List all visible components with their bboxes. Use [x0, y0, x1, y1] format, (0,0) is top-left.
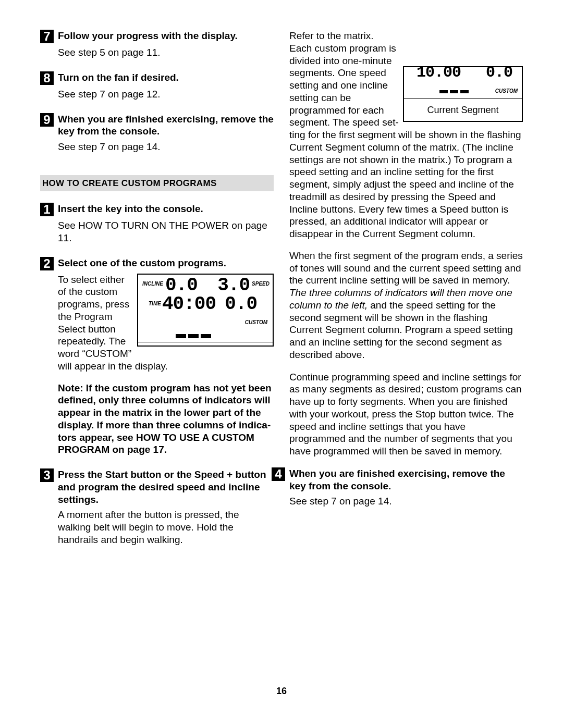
step-body: A moment after the button is pressed, th…: [58, 509, 274, 546]
step-title: When you are finished exercising, remove…: [289, 467, 523, 492]
step-body: See HOW TO TURN ON THE POWER on page 11.: [58, 219, 274, 244]
step-number: 7: [40, 30, 54, 43]
page-number: 16: [0, 685, 563, 697]
step-body: See step 5 on page 11.: [58, 46, 274, 59]
step-body: See step 7 on page 14.: [58, 141, 274, 153]
incline-label: INCLINE: [142, 281, 163, 288]
custom-label: CUSTOM: [245, 319, 267, 326]
step-9: 9 When you are finished exercising, remo…: [40, 113, 274, 138]
right-column: 10.00 0.0 CUSTOM Current Segment Refer t…: [289, 30, 523, 559]
section-title: HOW TO CREATE CUSTOM PROGRAMS: [40, 175, 274, 191]
step-title: Insert the key into the console.: [58, 203, 274, 215]
lcd-display-small: 10.00 0.0 CUSTOM Current Segment: [403, 66, 523, 122]
step-number: 9: [40, 113, 54, 127]
step-title: Turn on the fan if desired.: [58, 71, 274, 84]
step-2-note: Note: If the custom program has not yet …: [58, 382, 274, 456]
custom-step-1: 1 Insert the key into the console.: [40, 203, 274, 216]
step-title: Select one of the custom programs.: [58, 257, 274, 269]
extra-value: 0.0: [225, 292, 257, 316]
time-value: 40:00: [162, 292, 216, 316]
step-title: Press the Start button or the Speed + bu…: [58, 468, 274, 505]
time-label: TIME: [149, 301, 161, 307]
right-p1-text: Refer to the matrix. Each custom program…: [289, 30, 521, 239]
step-title: Follow your progress with the display.: [58, 30, 274, 42]
right-para-3: Continue programming speed and incline s…: [289, 371, 523, 458]
right-para-2: When the first segment of the program en…: [289, 250, 523, 361]
bar-matrix: [176, 334, 211, 338]
right-para-1: 10.00 0.0 CUSTOM Current Segment Refer t…: [289, 30, 523, 240]
step-8: 8 Turn on the fan if desired.: [40, 71, 274, 85]
step-number: 4: [272, 467, 285, 481]
lcd-small-big: 10.00: [417, 63, 461, 83]
step-number: 2: [40, 257, 54, 270]
lcd-small-custom: CUSTOM: [495, 88, 518, 95]
step-number: 8: [40, 71, 54, 85]
step-number: 3: [40, 468, 54, 482]
right-p2a: When the first segment of the program en…: [289, 250, 523, 286]
lcd-display-large: INCLINE 0.0 3.0 SPEED TIME 40:00 0.0 CUS…: [137, 274, 274, 347]
step-number: 1: [40, 203, 54, 216]
custom-step-2: 2 Select one of the custom programs.: [40, 257, 274, 270]
custom-step-3: 3 Press the Start button or the Speed + …: [40, 468, 274, 505]
left-column: 7 Follow your progress with the display.…: [40, 30, 274, 559]
step-body: See step 7 on page 14.: [289, 495, 523, 508]
current-segment-caption: Current Segment: [404, 104, 522, 116]
speed-label: SPEED: [252, 281, 270, 288]
bar-matrix-small: [439, 90, 469, 93]
lcd-small-small: 0.0: [486, 63, 512, 83]
step-7: 7 Follow your progress with the display.: [40, 30, 274, 43]
custom-step-2-body: INCLINE 0.0 3.0 SPEED TIME 40:00 0.0 CUS…: [58, 274, 274, 456]
step-body: See step 7 on page 12.: [58, 88, 274, 101]
custom-step-4: 4 When you are finished exercising, remo…: [272, 467, 523, 492]
step-title: When you are finished exercising, remove…: [58, 113, 274, 138]
